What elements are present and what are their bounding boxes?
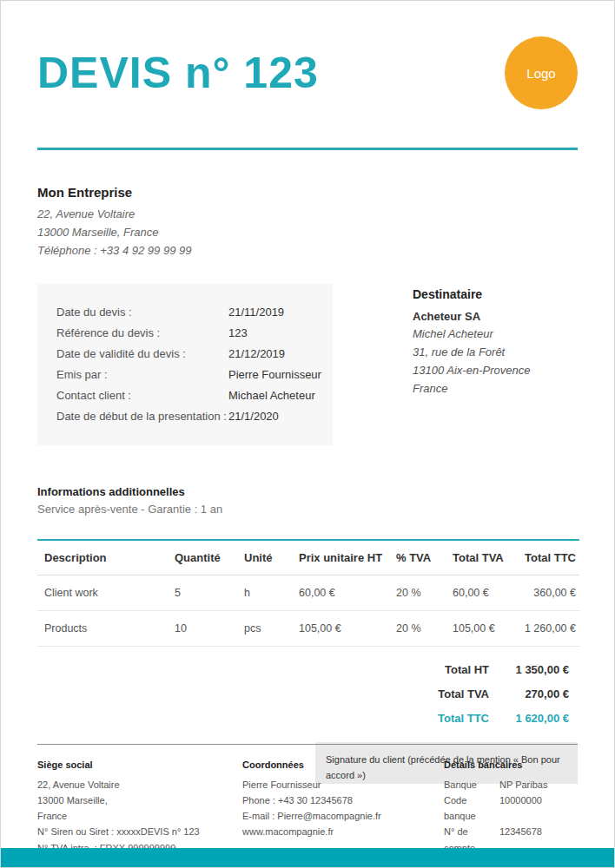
quote-detail-row: Emis par : Pierre Fournisseur — [56, 365, 324, 385]
cell-total-ttc: 360,00 € — [513, 575, 579, 611]
total-tva-value: 270,00 € — [489, 687, 578, 700]
cell-description: Client work — [37, 575, 168, 611]
cell-unit: h — [237, 575, 292, 611]
cell-vat-rate: 20 % — [389, 611, 446, 647]
quote-detail-value: Pierre Fournisseur — [228, 365, 321, 385]
total-ttc-label: Total TTC — [438, 712, 489, 725]
mid-section: Date du devis : 21/11/2019 Référence du … — [37, 284, 578, 445]
footer-contact-website: www.macompagnie.fr — [242, 824, 444, 839]
header: DEVIS n° 123 Logo — [37, 32, 578, 114]
quote-detail-value: 21/1/2020 — [228, 406, 279, 427]
recipient-line: France — [413, 380, 578, 398]
bank-row: Banque NP Paribas — [444, 777, 580, 792]
cell-quantity: 5 — [168, 575, 237, 611]
column-header-unit-price: Prix unitaire HT — [292, 540, 389, 575]
footer-line: 22, Avenue Voltaire — [37, 777, 242, 792]
cell-total-vat: 105,00 € — [446, 611, 513, 647]
header-divider — [37, 148, 578, 150]
additional-info-block: Informations additionnelles Service aprè… — [37, 485, 578, 516]
quote-detail-value: 123 — [228, 323, 248, 344]
footer-contact-phone: Phone : +43 30 12345678 — [242, 792, 444, 808]
quote-detail-label: Date du devis : — [56, 302, 228, 323]
quote-detail-row: Date du devis : 21/11/2019 — [56, 302, 324, 323]
column-header-unit: Unité — [237, 540, 292, 575]
footer-heading-bank: Détails bancaires — [444, 760, 580, 770]
footer-heading-registered-office: Siège social — [37, 760, 242, 770]
quote-detail-row: Référence du devis : 123 — [56, 323, 324, 344]
additional-info-heading: Informations additionnelles — [37, 485, 578, 498]
recipient-company: Acheteur SA — [413, 310, 578, 323]
table-row: Products 10 pcs 105,00 € 20 % 105,00 € 1… — [37, 611, 579, 647]
recipient-block: Destinataire Acheteur SA Michel Acheteur… — [413, 284, 578, 445]
quote-detail-label: Date de validité du devis : — [56, 344, 228, 365]
column-header-vat-rate: % TVA — [389, 540, 446, 575]
bank-value: NP Paribas — [499, 777, 547, 792]
bank-label: Code banque — [444, 792, 499, 824]
totals-block: Total HT 1 350,00 € Total TVA 270,00 € T… — [37, 657, 578, 730]
column-header-total-ttc: Total TTC — [513, 540, 579, 575]
footer-contact-email: E-mail : Pierre@macompagnie.fr — [242, 808, 444, 824]
additional-info-text: Service après-vente - Garantie : 1 an — [37, 503, 578, 516]
total-tva-label: Total TVA — [438, 687, 489, 700]
footer-contact-name: Pierre Fournisseur — [242, 777, 444, 792]
total-ht-value: 1 350,00 € — [489, 663, 578, 676]
footer-line: France — [37, 808, 242, 824]
sender-block: Mon Entreprise 22, Avenue Voltaire 13000… — [37, 185, 578, 260]
quote-details-box: Date du devis : 21/11/2019 Référence du … — [37, 284, 333, 445]
quote-detail-row: Date de validité du devis : 21/12/2019 — [56, 344, 324, 365]
total-ht-label: Total HT — [445, 663, 489, 676]
bank-row: Code banque 10000000 — [444, 792, 580, 824]
logo-label: Logo — [526, 66, 555, 81]
total-ttc-row: Total TTC 1 620,00 € — [37, 706, 578, 730]
sender-phone-line: Téléphone : +33 4 92 99 99 99 — [37, 242, 578, 260]
table-row: Client work 5 h 60,00 € 20 % 60,00 € 360… — [37, 575, 579, 611]
recipient-heading: Destinataire — [413, 287, 578, 301]
company-logo: Logo — [505, 36, 578, 109]
quote-detail-label: Date de début de la presentation : — [56, 406, 228, 427]
cell-total-vat: 60,00 € — [446, 575, 513, 611]
quote-detail-row: Contact client : Michael Acheteur — [56, 385, 324, 406]
sender-company-name: Mon Entreprise — [37, 185, 578, 200]
quote-detail-value: 21/12/2019 — [228, 344, 285, 365]
cell-description: Products — [37, 611, 168, 647]
quote-detail-label: Contact client : — [56, 385, 228, 406]
sender-address-line: 22, Avenue Voltaire — [37, 206, 578, 224]
cell-unit-price: 105,00 € — [292, 611, 389, 647]
bottom-accent-bar — [1, 848, 614, 867]
bank-label: Banque — [444, 777, 499, 792]
bank-value: 10000000 — [499, 792, 542, 824]
cell-unit: pcs — [237, 611, 292, 647]
quote-detail-value: Michael Acheteur — [228, 385, 315, 406]
cell-quantity: 10 — [168, 611, 237, 647]
total-ht-row: Total HT 1 350,00 € — [37, 657, 578, 681]
cell-unit-price: 60,00 € — [292, 575, 389, 611]
quote-document-page: DEVIS n° 123 Logo Mon Entreprise 22, Ave… — [0, 0, 615, 868]
recipient-line: 13100 Aix-en-Provence — [413, 362, 578, 380]
footer-heading-contact: Coordonnées — [242, 760, 444, 770]
column-header-quantity: Quantité — [168, 540, 237, 575]
recipient-line: Michel Acheteur — [413, 326, 578, 344]
cell-vat-rate: 20 % — [389, 575, 446, 611]
recipient-line: 31, rue de la Forêt — [413, 344, 578, 362]
column-header-total-vat: Total TVA — [446, 540, 513, 575]
column-header-description: Description — [37, 540, 168, 575]
items-table: Description Quantité Unité Prix unitaire… — [37, 539, 579, 647]
page-title: DEVIS n° 123 — [37, 48, 319, 98]
total-ttc-value: 1 620,00 € — [489, 712, 578, 725]
cell-total-ttc: 1 260,00 € — [513, 611, 579, 647]
footer-siren-line: N° Siren ou Siret : xxxxxDEVIS n° 123 — [37, 824, 242, 839]
sender-address-line: 13000 Marseille, France — [37, 224, 578, 242]
items-table-header: Description Quantité Unité Prix unitaire… — [37, 540, 579, 575]
quote-detail-label: Référence du devis : — [56, 323, 228, 344]
quote-detail-row: Date de début de la presentation : 21/1/… — [56, 406, 324, 427]
quote-detail-value: 21/11/2019 — [228, 302, 284, 323]
quote-detail-label: Emis par : — [56, 365, 228, 385]
footer-line: 13000 Marseille, — [37, 792, 242, 808]
total-tva-row: Total TVA 270,00 € — [37, 681, 578, 706]
